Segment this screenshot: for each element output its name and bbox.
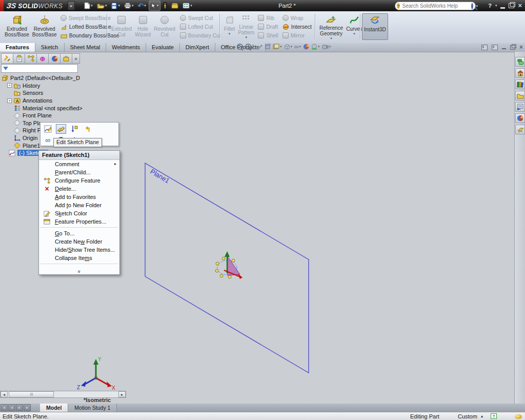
tab-evaluate[interactable]: Evaluate: [146, 43, 180, 52]
menu-item-feature-properties[interactable]: Feature Properties...: [39, 217, 119, 226]
sketch-order-button[interactable]: [69, 124, 79, 134]
menu-item-delete[interactable]: × Delete...: [39, 185, 119, 193]
minimize-button[interactable]: [500, 7, 505, 9]
hole-wizard-button[interactable]: Hole Wizard: [133, 13, 152, 40]
expand-icon[interactable]: +: [7, 98, 12, 103]
menu-item-configure-feature[interactable]: Configure Feature: [39, 176, 119, 185]
tag-indicator-icon[interactable]: [515, 414, 522, 419]
caret-icon[interactable]: ▾: [190, 4, 192, 8]
revolved-boss-base-button[interactable]: Revolved Boss/Base: [31, 13, 58, 40]
options-button[interactable]: ▾: [181, 1, 194, 10]
tab-motion-study-1[interactable]: Motion Study 1: [68, 404, 117, 412]
tab-model[interactable]: Model: [40, 404, 68, 412]
menu-item-create-new-folder[interactable]: Create New Folder: [39, 237, 119, 246]
zoom-to-fit-button[interactable]: [237, 44, 243, 50]
pane-toggle-right-icon[interactable]: [492, 45, 498, 50]
quick-tips-button[interactable]: ?: [491, 413, 497, 419]
displaymanager-tab[interactable]: [48, 53, 60, 64]
tab-weldments[interactable]: Weldments: [106, 43, 146, 52]
reference-geometry-button[interactable]: Reference Geometry ▾: [318, 13, 345, 40]
zoom-to-area-button[interactable]: [245, 44, 254, 50]
doc-minimize-button[interactable]: [502, 48, 506, 49]
menu-item-collapse-items[interactable]: Collapse Items: [39, 254, 119, 262]
search-input[interactable]: [401, 3, 471, 9]
print-button[interactable]: ▾: [123, 1, 135, 10]
reference-geometry-caret-icon[interactable]: ▾: [330, 37, 332, 40]
fillet-button[interactable]: Fillet ▾: [223, 13, 236, 40]
lofted-cut-button[interactable]: Lofted Cut: [180, 23, 221, 31]
boundary-cut-button[interactable]: Boundary Cut: [180, 31, 221, 39]
help-search-box[interactable]: ? ▾: [395, 2, 476, 10]
save-button[interactable]: ▾: [109, 1, 122, 10]
draft-button[interactable]: Draft: [258, 23, 278, 31]
menu-item-hide-show-tree-items[interactable]: Hide/Show Tree Items...: [39, 246, 119, 254]
tab-sketch[interactable]: Sketch: [35, 43, 65, 52]
view-orientation-button[interactable]: ▾: [284, 44, 293, 50]
extruded-boss-base-button[interactable]: Extruded Boss/Base: [3, 13, 31, 40]
swept-cut-button[interactable]: Swept Cut: [180, 14, 221, 22]
instant3d-button[interactable]: Instant3D: [362, 13, 388, 40]
next-tab-button[interactable]: ▸: [16, 404, 23, 411]
tree-item-material[interactable]: Material <not specified>: [1, 104, 126, 112]
menu-item-add-to-favorites[interactable]: Add to Favorites: [39, 193, 119, 201]
display-style-button[interactable]: ∞▾: [294, 44, 301, 49]
tab-sheet-metal[interactable]: Sheet Metal: [65, 43, 107, 52]
select-tool-button[interactable]: ▾: [149, 1, 161, 11]
pane-toggle-left-icon[interactable]: [481, 45, 488, 50]
view-settings-button[interactable]: ▾: [273, 44, 282, 50]
sketch-plane-manipulator[interactable]: [215, 251, 243, 279]
fillet-caret-icon[interactable]: ▾: [229, 32, 231, 35]
restore-button[interactable]: [509, 3, 514, 8]
intersect-button[interactable]: Intersect: [282, 23, 312, 31]
tab-dimxpert[interactable]: DimXpert: [180, 43, 215, 52]
doc-close-button[interactable]: ×: [519, 44, 523, 50]
close-button[interactable]: ×: [518, 2, 522, 9]
tree-filter-input[interactable]: [10, 65, 79, 72]
last-tab-button[interactable]: ▸: [24, 404, 31, 411]
help-button[interactable]: ?: [488, 3, 492, 9]
tree-item-sensors[interactable]: Sensors: [1, 89, 126, 97]
tree-item-annotations[interactable]: + A Annotations: [1, 97, 126, 105]
view-settings-camera-button[interactable]: ▾: [322, 44, 331, 49]
curves-button[interactable]: Curves ▾: [345, 13, 364, 40]
status-display-state[interactable]: Custom: [458, 413, 477, 420]
edit-appearance-button[interactable]: [303, 44, 309, 50]
edit-sketch-button[interactable]: [43, 124, 53, 134]
rib-button[interactable]: Rib: [258, 14, 278, 22]
previous-tab-button[interactable]: ◂: [8, 404, 15, 411]
tab-overflow-button[interactable]: »: [72, 53, 80, 64]
tree-item-part[interactable]: Part2 (Default<<Default>_D: [1, 74, 126, 82]
caret-icon[interactable]: ▾: [91, 4, 93, 8]
shell-button[interactable]: Shell: [258, 31, 278, 39]
undo-button[interactable]: ↶ ▾: [136, 1, 147, 10]
section-view-button[interactable]: [265, 44, 271, 50]
search-icon[interactable]: [471, 3, 473, 9]
menu-item-sketch-color[interactable]: Sketch Color: [39, 209, 119, 217]
featuremanager-tree-tab[interactable]: [1, 53, 13, 64]
tab-features[interactable]: Features: [0, 43, 35, 52]
menu-expand-button[interactable]: »: [39, 266, 119, 273]
mirror-button[interactable]: Mirror: [282, 31, 312, 39]
caret-icon[interactable]: ▾: [105, 4, 107, 8]
apply-scene-button[interactable]: ▾: [311, 44, 320, 50]
wrap-button[interactable]: Wrap: [282, 14, 312, 22]
menu-item-go-to[interactable]: Go To...: [39, 229, 119, 237]
rebuild-button[interactable]: [161, 1, 169, 10]
caret-icon[interactable]: ▾: [144, 4, 146, 8]
linear-pattern-caret-icon[interactable]: ▾: [245, 36, 247, 39]
doc-restore-button[interactable]: [510, 45, 515, 50]
display-state-caret-icon[interactable]: ▴: [481, 413, 483, 420]
new-document-button[interactable]: ▾: [82, 1, 94, 10]
search-caret-icon[interactable]: ▾: [476, 4, 478, 8]
expand-icon[interactable]: +: [7, 83, 12, 88]
tree-filter[interactable]: [1, 64, 78, 73]
revolved-cut-button[interactable]: Revolved Cut: [152, 13, 177, 40]
menu-expand-button[interactable]: ▸: [68, 1, 75, 10]
first-tab-button[interactable]: ◂: [1, 404, 8, 411]
caret-icon[interactable]: ▾: [157, 4, 159, 8]
extruded-cut-button[interactable]: Extruded Cut: [110, 13, 133, 40]
edit-sketch-plane-button[interactable]: [56, 124, 66, 134]
caret-icon[interactable]: ▾: [118, 4, 120, 8]
menu-item-add-to-new-folder[interactable]: Add to New Folder: [39, 201, 119, 209]
linear-pattern-button[interactable]: Linear Pattern ▾: [236, 13, 256, 40]
